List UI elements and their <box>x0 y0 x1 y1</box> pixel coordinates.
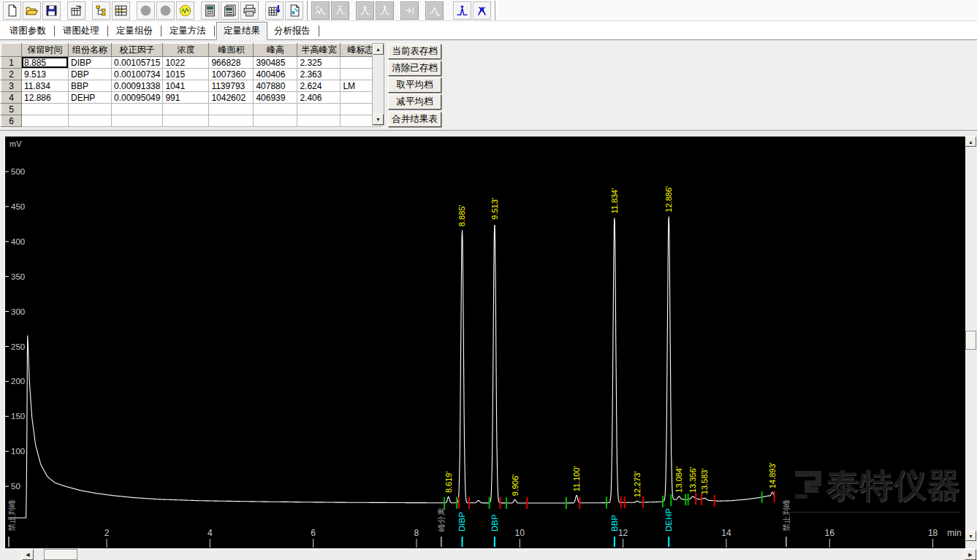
cell[interactable]: 0.00105715 <box>112 57 163 69</box>
main-toolbar <box>0 0 977 21</box>
shift-baseline-tool-button[interactable] <box>400 1 419 20</box>
cell[interactable] <box>163 115 209 127</box>
cell[interactable]: 1139793 <box>209 80 254 92</box>
print-report-button[interactable] <box>240 1 259 20</box>
cell[interactable]: 1042602 <box>209 92 254 104</box>
channel-b-stopped-button[interactable] <box>156 1 175 20</box>
cell[interactable]: 400406 <box>254 69 297 80</box>
manual-peak-tool-button[interactable] <box>453 1 471 20</box>
tab-定量方法[interactable]: 定量方法 <box>163 23 213 39</box>
component-tree-button[interactable] <box>92 1 110 20</box>
new-file-button[interactable] <box>3 1 21 20</box>
tab-谱图参数[interactable]: 谱图参数 <box>3 23 53 39</box>
cell[interactable]: 11.834 <box>22 80 69 92</box>
acquisition-signal-button[interactable] <box>176 1 194 20</box>
tab-divider <box>54 26 55 37</box>
plot-hscroll-thumb[interactable] <box>44 549 77 560</box>
cell[interactable]: BBP <box>69 80 112 92</box>
cell[interactable] <box>163 104 209 115</box>
channel-a-stopped-button[interactable] <box>137 1 155 20</box>
peak-split-tool-button[interactable] <box>473 1 491 20</box>
plot-horizontal-scrollbar[interactable]: ◀ ▶ <box>0 548 977 560</box>
cell[interactable] <box>69 115 112 127</box>
cell[interactable]: DBP <box>69 69 112 80</box>
cell[interactable]: 966828 <box>209 57 254 69</box>
y-tick-label: 200 <box>11 377 25 386</box>
cell[interactable]: 12.886 <box>22 92 69 104</box>
table-scroll-up-icon[interactable]: ▲ <box>373 44 384 55</box>
row-number[interactable]: 3 <box>1 80 22 92</box>
save-file-button[interactable] <box>42 1 61 20</box>
calculate-result-button[interactable] <box>201 1 219 20</box>
archive-button-当前表存档[interactable]: 当前表存档 <box>388 44 441 59</box>
add-peak-tool-button[interactable] <box>356 1 374 20</box>
cell[interactable]: 2.624 <box>297 80 341 92</box>
table-row: 18.885DIBP0.0010571510229668283904852.32… <box>1 57 381 69</box>
baseline-corner-tool-button[interactable] <box>425 1 444 20</box>
row-number[interactable]: 1 <box>1 57 22 69</box>
cell[interactable]: 8.885 <box>22 57 69 69</box>
table-scroll-down-icon[interactable]: ▼ <box>373 114 384 125</box>
cell[interactable]: 2.406 <box>297 92 341 104</box>
cell[interactable]: 1022 <box>163 57 209 69</box>
plot-vertical-scrollbar[interactable]: ▲ ▼ <box>965 137 977 542</box>
cell[interactable]: 2.363 <box>297 69 341 80</box>
plot-scroll-up-icon[interactable]: ▲ <box>965 137 976 147</box>
archive-button-取平均档[interactable]: 取平均档 <box>388 77 441 93</box>
plot-scroll-right-icon[interactable]: ▶ <box>965 549 976 560</box>
cell[interactable]: 390485 <box>254 57 297 69</box>
tab-谱图处理[interactable]: 谱图处理 <box>56 23 106 39</box>
peak-stop-tool-button[interactable] <box>331 1 349 20</box>
cell[interactable]: 1041 <box>163 80 209 92</box>
archive-button-减平均档[interactable]: 减平均档 <box>388 94 441 110</box>
archive-button-合并结果表[interactable]: 合并结果表 <box>388 112 441 127</box>
row-number[interactable]: 5 <box>1 104 22 115</box>
cell[interactable]: 0.00091338 <box>112 80 163 92</box>
row-number[interactable]: 4 <box>1 92 22 104</box>
table-vertical-scrollbar[interactable]: ▲ ▼ <box>372 43 384 126</box>
cell[interactable] <box>297 115 341 127</box>
cell[interactable]: 407880 <box>254 80 297 92</box>
cell[interactable]: 0.00095049 <box>112 92 163 104</box>
batch-calculate-button[interactable] <box>221 1 239 20</box>
plot-vscroll-thumb[interactable] <box>965 331 976 350</box>
edit-annotations-button[interactable] <box>285 1 303 20</box>
plot-scroll-down-icon[interactable]: ▼ <box>965 531 976 541</box>
cell[interactable]: DIBP <box>69 57 112 69</box>
report-archive-button[interactable] <box>67 1 85 20</box>
cell[interactable] <box>297 104 341 115</box>
plot-scroll-left-icon[interactable]: ◀ <box>22 549 34 560</box>
cell[interactable]: 1007360 <box>209 69 254 80</box>
component-label-DBP: DBP <box>490 514 499 532</box>
cell[interactable]: 0.00100734 <box>112 69 163 80</box>
cell[interactable] <box>254 115 297 127</box>
cell[interactable]: 9.513 <box>22 69 69 80</box>
cell[interactable] <box>112 115 163 127</box>
row-number[interactable]: 6 <box>1 115 22 127</box>
cell[interactable]: 406939 <box>254 92 297 104</box>
cell[interactable] <box>254 104 297 115</box>
cell[interactable]: DEHP <box>69 92 112 104</box>
cell[interactable] <box>209 115 254 127</box>
archive-button-清除已存档[interactable]: 清除已存档 <box>388 61 441 76</box>
drop-peak-tool-button[interactable] <box>376 1 394 20</box>
x-tick-label: 16 <box>825 528 835 538</box>
cell[interactable] <box>22 115 69 127</box>
chromatogram-plot[interactable]: 泰特仪器 mV501001502002503003504004505002468… <box>4 137 965 548</box>
sequence-grid-button[interactable] <box>112 1 130 20</box>
tab-分析报告[interactable]: 分析报告 <box>267 23 317 39</box>
cell[interactable] <box>112 104 163 115</box>
tab-定量组份[interactable]: 定量组份 <box>110 23 159 39</box>
cell[interactable] <box>22 104 69 115</box>
open-file-button[interactable] <box>23 1 41 20</box>
cell[interactable]: 1015 <box>163 69 209 80</box>
peak-start-tool-button[interactable] <box>311 1 330 20</box>
cell[interactable] <box>69 104 112 115</box>
import-table-button[interactable] <box>265 1 284 20</box>
row-number[interactable]: 2 <box>1 69 22 80</box>
save-file-icon <box>45 4 58 17</box>
tab-定量结果[interactable]: 定量结果 <box>216 22 267 40</box>
cell[interactable]: 2.325 <box>297 57 341 69</box>
cell[interactable]: 991 <box>163 92 209 104</box>
cell[interactable] <box>209 104 254 115</box>
